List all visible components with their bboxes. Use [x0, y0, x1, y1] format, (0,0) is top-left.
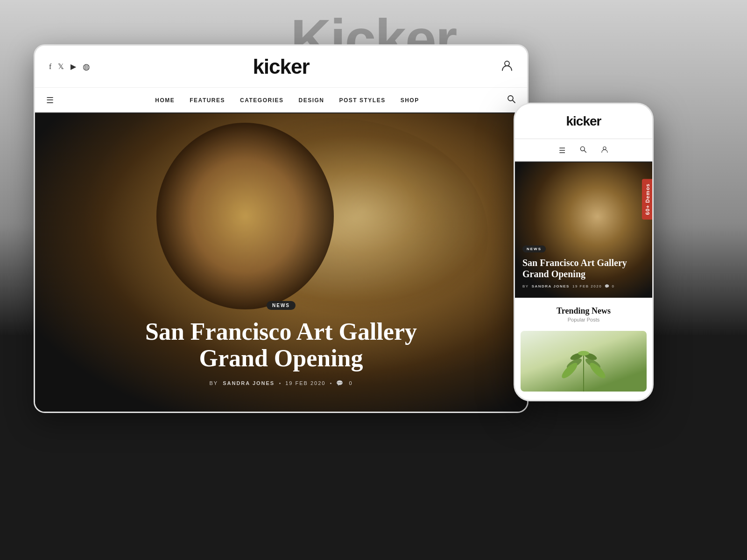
nav-design[interactable]: DESIGN [299, 97, 324, 104]
tablet-hero: NEWS San Francisco Art Gallery Grand Ope… [35, 113, 527, 413]
svg-point-4 [156, 123, 334, 309]
svg-point-0 [505, 61, 509, 66]
phone-author: SANDRA JONES [532, 284, 570, 288]
phone-logo: kicker [566, 114, 601, 129]
demos-tab[interactable]: 60+ Demos [642, 179, 653, 219]
phone-hero: NEWS San Francisco Art Gallery Grand Ope… [515, 162, 652, 298]
phone-comments: 💬 0 [605, 284, 614, 288]
tablet-mockup: f 𝕏 ▶ ◍ kicker ☰ HOME FEATURES CATEGORIE… [34, 44, 529, 413]
nav-post-styles[interactable]: POST STYLES [339, 97, 386, 104]
palm-leaf-icon [560, 340, 607, 392]
phone-date: 19 FEB 2020 [572, 284, 602, 288]
hero-content: NEWS San Francisco Art Gallery Grand Ope… [35, 301, 527, 386]
nav-features[interactable]: FEATURES [190, 97, 225, 104]
hero-meta: BY SANDRA JONES 19 FEB 2020 💬 0 [35, 380, 527, 386]
hamburger-icon[interactable]: ☰ [46, 95, 54, 105]
svg-point-5 [580, 147, 585, 151]
phone-hero-title: San Francisco Art Gallery Grand Opening [522, 257, 645, 280]
phone-card[interactable] [521, 331, 647, 392]
svg-point-1 [508, 96, 513, 101]
hero-title: San Francisco Art Gallery Grand Opening [136, 318, 426, 371]
nav-home[interactable]: HOME [155, 97, 175, 104]
phone-card-image [521, 331, 647, 392]
nav-categories[interactable]: CATEGORIES [240, 97, 283, 104]
phone-hamburger-icon[interactable]: ☰ [559, 146, 565, 155]
phone-trending-title: Trending News [522, 306, 645, 316]
phone-nav: ☰ [515, 139, 652, 162]
phone-trending: Trending News Popular Posts [515, 298, 652, 327]
nav-items: HOME FEATURES CATEGORIES DESIGN POST STY… [68, 97, 507, 104]
twitter-icon[interactable]: 𝕏 [58, 62, 64, 71]
facebook-icon[interactable]: f [49, 63, 51, 71]
hero-date: 19 FEB 2020 [285, 380, 325, 386]
phone-mockup: kicker ☰ NEWS San Francisco Art Gallery … [514, 103, 654, 401]
meta-dot [279, 383, 281, 384]
hero-comment-icon: 💬 [336, 380, 344, 386]
youtube-icon[interactable]: ▶ [70, 62, 76, 71]
phone-hero-content: NEWS San Francisco Art Gallery Grand Ope… [522, 244, 645, 288]
tablet-nav: ☰ HOME FEATURES CATEGORIES DESIGN POST S… [35, 88, 527, 113]
hero-badge: NEWS [267, 301, 296, 310]
phone-hero-meta: BY SANDRA JONES 19 FEB 2020 💬 0 [522, 284, 645, 288]
phone-search-icon[interactable] [579, 146, 587, 155]
tablet-logo: kicker [253, 55, 309, 78]
nav-shop[interactable]: SHOP [401, 97, 419, 104]
hero-author: SANDRA JONES [223, 380, 275, 386]
user-icon[interactable] [501, 59, 513, 74]
search-icon[interactable] [507, 94, 516, 106]
phone-hero-badge: NEWS [522, 245, 546, 252]
svg-line-6 [584, 150, 586, 152]
instagram-icon[interactable]: ◍ [83, 62, 90, 72]
phone-trending-subtitle: Popular Posts [522, 317, 645, 322]
phone-user-icon[interactable] [601, 146, 608, 155]
meta-dot-2 [330, 383, 331, 384]
phone-header: kicker [515, 104, 652, 139]
hero-comments: 0 [349, 380, 352, 386]
phone-author-label: BY [522, 284, 529, 288]
social-icons: f 𝕏 ▶ ◍ [49, 62, 90, 72]
hero-author-label: BY [209, 380, 218, 386]
svg-line-2 [513, 100, 515, 103]
svg-point-7 [603, 147, 606, 149]
svg-point-15 [578, 351, 589, 356]
tablet-header: f 𝕏 ▶ ◍ kicker [35, 46, 527, 88]
